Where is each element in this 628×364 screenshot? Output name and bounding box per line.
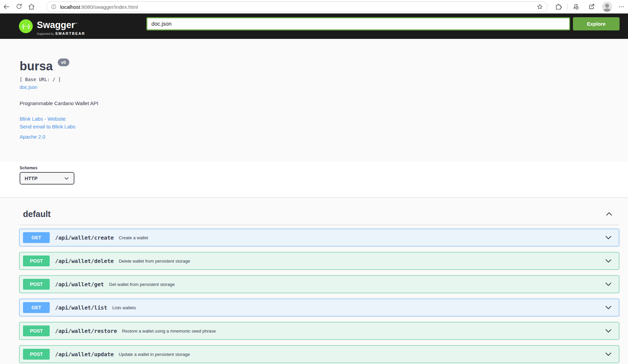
op-path: /api/wallet/delete [55, 258, 114, 264]
op-path: /api/wallet/create [55, 235, 114, 241]
method-badge: GET [23, 302, 50, 313]
chevron-down-icon[interactable] [605, 258, 612, 264]
swagger-logo-subtitle: Supported bySMARTBEAR [37, 30, 85, 36]
method-badge: POST [23, 256, 50, 266]
spec-url-input[interactable] [146, 17, 570, 30]
api-info-section: bursa v0 [ Base URL: / ] doc.json Progra… [0, 39, 628, 161]
op-path: /api/wallet/update [55, 351, 114, 358]
favorite-star-icon[interactable] [536, 3, 543, 10]
home-icon[interactable] [27, 3, 35, 11]
method-badge: POST [23, 349, 50, 360]
operations-section: default GET /api/wallet/create Create a … [0, 197, 628, 363]
method-badge: POST [23, 279, 50, 290]
profile-avatar[interactable] [602, 2, 612, 12]
chevron-down-icon[interactable] [605, 328, 612, 334]
op-summary: Get wallet from persistent storage [109, 282, 175, 287]
swagger-topbar: {···} Swagger™ Supported bySMARTBEAR Exp… [0, 14, 628, 39]
op-path: /api/wallet/restore [55, 328, 117, 334]
back-icon[interactable] [2, 3, 10, 11]
url-path: :8080/swagger/index.html [80, 4, 138, 10]
chevron-up-icon [605, 211, 613, 217]
op-summary: Restore a wallet using a mnemonic seed p… [122, 329, 216, 334]
url-text: localhost:8080/swagger/index.html [60, 4, 536, 10]
chevron-down-icon[interactable] [605, 282, 612, 287]
op-wallet-get-row[interactable]: POST /api/wallet/get Get wallet from per… [19, 275, 619, 293]
website-link[interactable]: Blink Labs - Website [20, 116, 66, 122]
browser-toolbar: localhost:8080/swagger/index.html [0, 0, 628, 14]
license-link[interactable]: Apache 2.0 [20, 133, 45, 141]
chevron-down-icon[interactable] [605, 235, 612, 240]
op-summary: Create a wallet [119, 235, 148, 240]
explore-button[interactable]: Explore [573, 17, 620, 30]
op-wallet-update-row[interactable]: POST /api/wallet/update Update a wallet … [19, 345, 619, 363]
op-summary: Lists wallets [112, 305, 136, 310]
schemes-label: Schemes [20, 166, 628, 170]
extensions-icon[interactable] [554, 3, 562, 11]
op-wallet-restore-row[interactable]: POST /api/wallet/restore Restore a walle… [19, 322, 619, 340]
section-title: default [23, 209, 51, 219]
browser-menu-icon[interactable] [617, 3, 625, 11]
share-icon[interactable] [587, 3, 596, 11]
chevron-down-icon[interactable] [605, 351, 612, 357]
section-header-default[interactable]: default [19, 207, 619, 221]
op-summary: Update a wallet in persistent storage [119, 352, 190, 357]
chevron-down-icon[interactable] [605, 305, 612, 310]
api-title: bursa [20, 59, 53, 73]
method-badge: POST [23, 325, 50, 336]
swagger-logo-icon: {···} [19, 19, 33, 33]
method-badge: GET [23, 232, 50, 243]
api-description: Programmable Cardano Wallet API [20, 100, 628, 106]
version-badge: v0 [58, 58, 69, 66]
op-wallet-list-row[interactable]: GET /api/wallet/list Lists wallets [19, 299, 619, 316]
op-wallet-create-row[interactable]: GET /api/wallet/create Create a wallet [19, 229, 619, 246]
op-path: /api/wallet/list [55, 305, 107, 311]
collapse-section-button[interactable] [605, 211, 613, 217]
swagger-logo-text: Swagger™ [37, 20, 78, 30]
op-summary: Delete wallet from persistent storage [119, 259, 190, 264]
op-wallet-delete-row[interactable]: POST /api/wallet/delete Delete wallet fr… [19, 252, 619, 270]
email-link[interactable]: Send email to Blink Labs [20, 124, 75, 129]
spec-link[interactable]: doc.json [20, 84, 37, 90]
site-info-icon[interactable] [51, 4, 57, 10]
schemes-select[interactable]: HTTP [20, 172, 74, 185]
toolbar-divider [567, 3, 567, 10]
schemes-selected-value: HTTP [25, 176, 38, 181]
refresh-icon[interactable] [15, 3, 23, 11]
chevron-down-icon [64, 176, 69, 181]
schemes-section: Schemes HTTP [0, 161, 628, 197]
op-path: /api/wallet/get [55, 281, 104, 288]
swagger-logo[interactable]: {···} Swagger™ Supported bySMARTBEAR [19, 19, 85, 36]
base-url: [ Base URL: / ] [20, 77, 628, 82]
section-divider [19, 225, 619, 225]
media-controls-icon[interactable] [572, 3, 580, 11]
url-host: localhost [60, 4, 80, 10]
address-bar[interactable]: localhost:8080/swagger/index.html [46, 1, 548, 12]
